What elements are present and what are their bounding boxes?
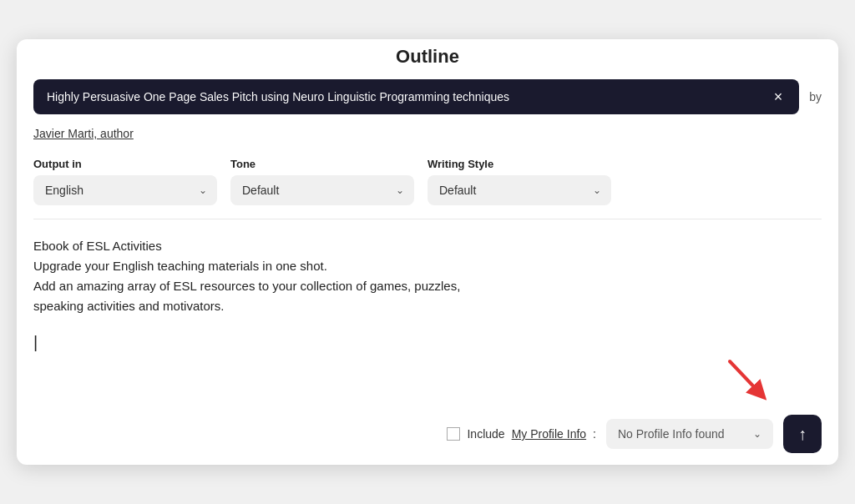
my-profile-info-link[interactable]: My Profile Info bbox=[512, 427, 586, 441]
page-title-bar: Outline bbox=[17, 39, 838, 68]
content-area: Ebook of ESL Activities Upgrade your Eng… bbox=[17, 219, 838, 386]
page-title: Outline bbox=[396, 46, 459, 68]
content-text: Ebook of ESL Activities Upgrade your Eng… bbox=[33, 236, 822, 316]
output-select[interactable]: English Spanish French German bbox=[45, 184, 205, 197]
tone-select-wrapper: Default Formal Casual Persuasive ⌄ bbox=[230, 175, 414, 205]
text-cursor: | bbox=[33, 333, 38, 352]
author-link[interactable]: Javier Marti, author bbox=[33, 127, 134, 140]
output-select-wrapper: English Spanish French German ⌄ bbox=[33, 175, 217, 205]
tone-label: Tone bbox=[230, 158, 414, 170]
include-profile-checkbox[interactable] bbox=[447, 427, 460, 441]
include-label: Include bbox=[467, 427, 504, 441]
close-button[interactable]: × bbox=[771, 88, 787, 106]
title-pill: Highly Persuasive One Page Sales Pitch u… bbox=[33, 79, 799, 114]
arrow-indicator bbox=[721, 353, 772, 406]
by-label: by bbox=[809, 90, 822, 103]
arrow-icon bbox=[721, 353, 772, 403]
writing-style-label: Writing Style bbox=[428, 158, 611, 170]
writing-style-control: Writing Style Default Academic Creative … bbox=[428, 158, 611, 205]
controls-row: Output in English Spanish French German … bbox=[17, 149, 838, 219]
writing-style-select-wrapper: Default Academic Creative Technical ⌄ bbox=[428, 175, 611, 205]
content-line-1: Ebook of ESL Activities bbox=[33, 236, 822, 256]
footer-bar: Include My Profile Info : No Profile Inf… bbox=[17, 403, 838, 465]
tone-select[interactable]: Default Formal Casual Persuasive bbox=[242, 184, 402, 197]
modal-container: Outline Highly Persuasive One Page Sales… bbox=[17, 39, 838, 465]
cursor-line: | bbox=[33, 333, 822, 352]
include-profile-section: Include My Profile Info : bbox=[447, 427, 596, 441]
profile-dropdown-label: No Profile Info found bbox=[618, 427, 725, 441]
submit-icon: ↑ bbox=[798, 425, 807, 444]
content-line-3: Add an amazing array of ESL resources to… bbox=[33, 276, 822, 296]
modal-header: Highly Persuasive One Page Sales Pitch u… bbox=[17, 68, 838, 126]
svg-line-1 bbox=[730, 361, 760, 393]
submit-button[interactable]: ↑ bbox=[783, 415, 822, 453]
profile-info-dropdown[interactable]: No Profile Info found ⌄ bbox=[606, 419, 773, 449]
content-line-4: speaking activities and motivators. bbox=[33, 296, 822, 316]
content-line-2: Upgrade your English teaching materials … bbox=[33, 256, 822, 276]
modal-title-text: Highly Persuasive One Page Sales Pitch u… bbox=[47, 90, 761, 103]
colon-separator: : bbox=[593, 427, 596, 441]
writing-style-select[interactable]: Default Academic Creative Technical bbox=[439, 184, 600, 197]
output-label: Output in bbox=[33, 158, 217, 170]
tone-control: Tone Default Formal Casual Persuasive ⌄ bbox=[230, 158, 414, 205]
author-section: Javier Marti, author bbox=[17, 126, 838, 149]
profile-dropdown-chevron-icon: ⌄ bbox=[753, 428, 761, 440]
output-control: Output in English Spanish French German … bbox=[33, 158, 217, 205]
